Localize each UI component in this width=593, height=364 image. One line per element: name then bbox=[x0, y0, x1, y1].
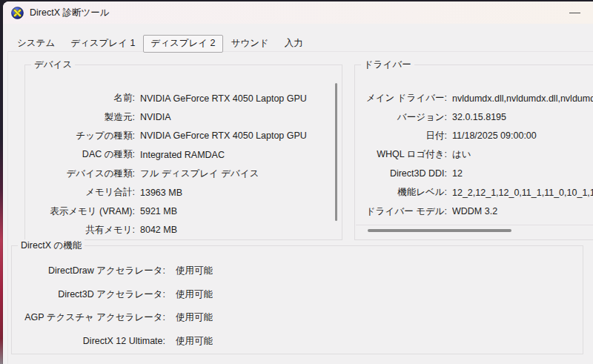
driver-row-whql: WHQL ロゴ付き: はい bbox=[361, 145, 593, 164]
device-row-total-memory: メモリ合計: 13963 MB bbox=[33, 183, 328, 202]
field-value: nvldumdx.dll,nvldumdx.dll,nvldumdx.d bbox=[452, 93, 593, 104]
device-row-dac-type: DAC の種類: Integrated RAMDAC bbox=[33, 145, 328, 164]
field-value: 使用可能 bbox=[176, 311, 213, 324]
field-value: NVIDIA GeForce RTX 4050 Laptop GPU bbox=[140, 93, 307, 104]
driver-row-driver-model: ドライバー モデル: WDDM 3.2 bbox=[361, 202, 593, 220]
feature-row-agp-texture: AGP テクスチャ アクセラレータ: 使用可能 bbox=[21, 306, 583, 330]
field-label: ドライバー モデル: bbox=[361, 205, 447, 218]
field-value: NVIDIA GeForce RTX 4050 Laptop GPU bbox=[140, 130, 307, 141]
field-value: 5921 MB bbox=[140, 206, 177, 216]
group-directx-features: DirectX の機能 DirectDraw アクセラレータ: 使用可能 Dir… bbox=[11, 245, 583, 354]
device-row-chip-type: チップの種類: NVIDIA GeForce RTX 4050 Laptop G… bbox=[33, 127, 328, 145]
feature-row-dx12-ultimate: DirectX 12 Ultimate: 使用可能 bbox=[21, 330, 583, 354]
field-value: 使用可能 bbox=[176, 265, 213, 277]
field-label: 共有メモリ: bbox=[33, 224, 135, 236]
driver-rows: メイン ドライバー: nvldumdx.dll,nvldumdx.dll,nvl… bbox=[355, 65, 593, 221]
field-value: WDDM 3.2 bbox=[452, 206, 497, 216]
driver-scroll-track bbox=[356, 225, 593, 225]
window-title: DirectX 診断ツール bbox=[30, 7, 110, 19]
field-label: メモリ合計: bbox=[33, 186, 135, 199]
tab-display-2[interactable]: ディスプレイ 2 bbox=[143, 35, 222, 53]
field-label: WHQL ロゴ付き: bbox=[361, 148, 447, 161]
driver-row-d3d-ddi: Direct3D DDI: 12 bbox=[361, 165, 593, 183]
device-vertical-scrollbar-thumb[interactable] bbox=[335, 83, 337, 221]
field-value: 使用可能 bbox=[176, 335, 213, 348]
field-value: フル ディスプレイ デバイス bbox=[140, 168, 259, 180]
field-label: バージョン: bbox=[361, 111, 447, 124]
device-row-device-type: デバイスの種類: フル ディスプレイ デバイス bbox=[33, 165, 328, 183]
tab-display-1[interactable]: ディスプレイ 1 bbox=[63, 35, 142, 53]
field-value: 12 bbox=[452, 168, 463, 179]
field-label: 製造元: bbox=[33, 111, 135, 124]
field-label: Direct3D DDI: bbox=[361, 168, 447, 179]
field-label: 表示メモリ (VRAM): bbox=[33, 205, 135, 218]
driver-row-feature-levels: 機能レベル: 12_2,12_1,12_0,11_1,11_0,10_1,10_… bbox=[361, 183, 593, 202]
device-row-manufacturer: 製造元: NVIDIA bbox=[33, 107, 328, 126]
minimize-button[interactable] bbox=[557, 1, 592, 24]
driver-row-date: 日付: 11/18/2025 09:00:00 bbox=[361, 127, 593, 145]
titlebar: DirectX 診断ツール bbox=[3, 1, 593, 24]
field-label: DAC の種類: bbox=[33, 148, 135, 161]
field-value: はい bbox=[452, 148, 471, 161]
directx-app-icon bbox=[11, 7, 24, 19]
field-label: チップの種類: bbox=[33, 130, 135, 142]
dxdiag-window: DirectX 診断ツール システム ディスプレイ 1 ディスプレイ 2 サウン… bbox=[3, 1, 593, 364]
tab-sound[interactable]: サウンド bbox=[224, 35, 276, 53]
field-label: DirectDraw アクセラレータ: bbox=[21, 265, 165, 277]
field-label: 名前: bbox=[33, 92, 135, 105]
field-label: AGP テクスチャ アクセラレータ: bbox=[21, 311, 165, 324]
field-value: 8042 MB bbox=[140, 225, 177, 235]
feature-row-directdraw: DirectDraw アクセラレータ: 使用可能 bbox=[21, 259, 583, 283]
field-label: メイン ドライバー: bbox=[361, 92, 447, 105]
driver-horizontal-scrollbar-thumb[interactable] bbox=[368, 229, 511, 232]
driver-row-main-driver: メイン ドライバー: nvldumdx.dll,nvldumdx.dll,nvl… bbox=[361, 89, 593, 107]
field-label: DirectX 12 Ultimate: bbox=[21, 336, 165, 346]
tab-bar: システム ディスプレイ 1 ディスプレイ 2 サウンド 入力 bbox=[10, 35, 311, 53]
field-value: 12_2,12_1,12_0,11_1,11_0,10_1,10_0,9_ bbox=[452, 188, 593, 198]
field-value: 32.0.15.8195 bbox=[452, 112, 506, 122]
field-value: 使用可能 bbox=[176, 288, 213, 301]
device-row-name: 名前: NVIDIA GeForce RTX 4050 Laptop GPU bbox=[33, 89, 328, 107]
tab-system[interactable]: システム bbox=[10, 35, 62, 53]
tab-input[interactable]: 入力 bbox=[277, 35, 311, 53]
field-value: 13963 MB bbox=[140, 188, 182, 198]
features-rows: DirectDraw アクセラレータ: 使用可能 Direct3D アクセラレー… bbox=[12, 246, 583, 353]
field-label: 機能レベル: bbox=[361, 186, 447, 199]
device-row-shared-memory: 共有メモリ: 8042 MB bbox=[33, 221, 328, 239]
field-label: 日付: bbox=[361, 130, 447, 142]
field-label: Direct3D アクセラレータ: bbox=[21, 288, 165, 301]
device-rows: 名前: NVIDIA GeForce RTX 4050 Laptop GPU 製… bbox=[25, 65, 342, 239]
driver-row-version: バージョン: 32.0.15.8195 bbox=[361, 107, 593, 126]
group-driver: ドライバー メイン ドライバー: nvldumdx.dll,nvldumdx.d… bbox=[354, 64, 593, 240]
minimize-icon bbox=[569, 13, 580, 13]
field-value: 11/18/2025 09:00:00 bbox=[452, 130, 537, 141]
group-device: デバイス 名前: NVIDIA GeForce RTX 4050 Laptop … bbox=[24, 64, 342, 240]
field-value: NVIDIA bbox=[140, 112, 171, 122]
feature-row-direct3d: Direct3D アクセラレータ: 使用可能 bbox=[21, 283, 583, 307]
device-row-vram: 表示メモリ (VRAM): 5921 MB bbox=[33, 202, 328, 220]
field-value: Integrated RAMDAC bbox=[140, 150, 225, 160]
field-label: デバイスの種類: bbox=[33, 168, 135, 180]
